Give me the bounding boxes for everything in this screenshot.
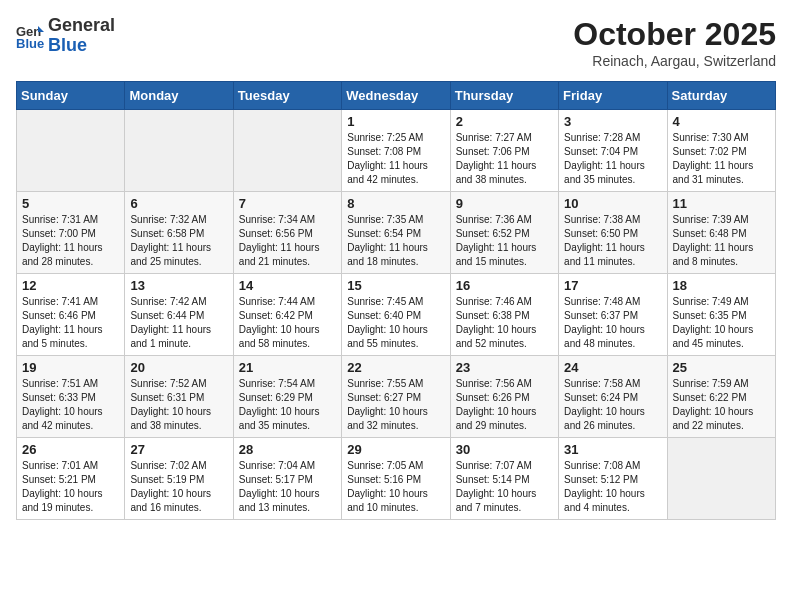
- calendar-cell: 11Sunrise: 7:39 AM Sunset: 6:48 PM Dayli…: [667, 192, 775, 274]
- calendar-cell: [667, 438, 775, 520]
- day-number: 10: [564, 196, 661, 211]
- day-info: Sunrise: 7:36 AM Sunset: 6:52 PM Dayligh…: [456, 213, 553, 269]
- calendar-cell: 28Sunrise: 7:04 AM Sunset: 5:17 PM Dayli…: [233, 438, 341, 520]
- calendar-cell: 21Sunrise: 7:54 AM Sunset: 6:29 PM Dayli…: [233, 356, 341, 438]
- calendar-table: SundayMondayTuesdayWednesdayThursdayFrid…: [16, 81, 776, 520]
- day-number: 29: [347, 442, 444, 457]
- calendar-cell: 8Sunrise: 7:35 AM Sunset: 6:54 PM Daylig…: [342, 192, 450, 274]
- calendar-cell: 22Sunrise: 7:55 AM Sunset: 6:27 PM Dayli…: [342, 356, 450, 438]
- calendar-cell: 6Sunrise: 7:32 AM Sunset: 6:58 PM Daylig…: [125, 192, 233, 274]
- day-number: 6: [130, 196, 227, 211]
- calendar-week-row: 12Sunrise: 7:41 AM Sunset: 6:46 PM Dayli…: [17, 274, 776, 356]
- calendar-cell: 5Sunrise: 7:31 AM Sunset: 7:00 PM Daylig…: [17, 192, 125, 274]
- day-info: Sunrise: 7:46 AM Sunset: 6:38 PM Dayligh…: [456, 295, 553, 351]
- day-number: 25: [673, 360, 770, 375]
- calendar-cell: 10Sunrise: 7:38 AM Sunset: 6:50 PM Dayli…: [559, 192, 667, 274]
- day-info: Sunrise: 7:42 AM Sunset: 6:44 PM Dayligh…: [130, 295, 227, 351]
- day-info: Sunrise: 7:04 AM Sunset: 5:17 PM Dayligh…: [239, 459, 336, 515]
- calendar-cell: 1Sunrise: 7:25 AM Sunset: 7:08 PM Daylig…: [342, 110, 450, 192]
- day-number: 22: [347, 360, 444, 375]
- calendar-cell: 3Sunrise: 7:28 AM Sunset: 7:04 PM Daylig…: [559, 110, 667, 192]
- day-info: Sunrise: 7:02 AM Sunset: 5:19 PM Dayligh…: [130, 459, 227, 515]
- day-number: 30: [456, 442, 553, 457]
- day-number: 31: [564, 442, 661, 457]
- calendar-cell: 30Sunrise: 7:07 AM Sunset: 5:14 PM Dayli…: [450, 438, 558, 520]
- day-number: 1: [347, 114, 444, 129]
- weekday-header-thursday: Thursday: [450, 82, 558, 110]
- day-info: Sunrise: 7:52 AM Sunset: 6:31 PM Dayligh…: [130, 377, 227, 433]
- calendar-week-row: 5Sunrise: 7:31 AM Sunset: 7:00 PM Daylig…: [17, 192, 776, 274]
- day-info: Sunrise: 7:51 AM Sunset: 6:33 PM Dayligh…: [22, 377, 119, 433]
- weekday-header-tuesday: Tuesday: [233, 82, 341, 110]
- calendar-cell: [233, 110, 341, 192]
- weekday-header-wednesday: Wednesday: [342, 82, 450, 110]
- calendar-cell: [17, 110, 125, 192]
- day-number: 18: [673, 278, 770, 293]
- day-number: 14: [239, 278, 336, 293]
- day-number: 5: [22, 196, 119, 211]
- day-info: Sunrise: 7:25 AM Sunset: 7:08 PM Dayligh…: [347, 131, 444, 187]
- day-info: Sunrise: 7:32 AM Sunset: 6:58 PM Dayligh…: [130, 213, 227, 269]
- calendar-cell: 7Sunrise: 7:34 AM Sunset: 6:56 PM Daylig…: [233, 192, 341, 274]
- title-block: October 2025 Reinach, Aargau, Switzerlan…: [573, 16, 776, 69]
- calendar-cell: 2Sunrise: 7:27 AM Sunset: 7:06 PM Daylig…: [450, 110, 558, 192]
- day-info: Sunrise: 7:59 AM Sunset: 6:22 PM Dayligh…: [673, 377, 770, 433]
- calendar-cell: 9Sunrise: 7:36 AM Sunset: 6:52 PM Daylig…: [450, 192, 558, 274]
- day-number: 4: [673, 114, 770, 129]
- calendar-cell: 16Sunrise: 7:46 AM Sunset: 6:38 PM Dayli…: [450, 274, 558, 356]
- day-info: Sunrise: 7:28 AM Sunset: 7:04 PM Dayligh…: [564, 131, 661, 187]
- weekday-header-monday: Monday: [125, 82, 233, 110]
- calendar-cell: 19Sunrise: 7:51 AM Sunset: 6:33 PM Dayli…: [17, 356, 125, 438]
- weekday-header-saturday: Saturday: [667, 82, 775, 110]
- day-info: Sunrise: 7:30 AM Sunset: 7:02 PM Dayligh…: [673, 131, 770, 187]
- logo-icon: Gen Blue: [16, 22, 44, 50]
- calendar-cell: 24Sunrise: 7:58 AM Sunset: 6:24 PM Dayli…: [559, 356, 667, 438]
- weekday-header-friday: Friday: [559, 82, 667, 110]
- day-number: 26: [22, 442, 119, 457]
- day-number: 3: [564, 114, 661, 129]
- weekday-header-row: SundayMondayTuesdayWednesdayThursdayFrid…: [17, 82, 776, 110]
- day-info: Sunrise: 7:58 AM Sunset: 6:24 PM Dayligh…: [564, 377, 661, 433]
- day-number: 9: [456, 196, 553, 211]
- calendar-cell: 26Sunrise: 7:01 AM Sunset: 5:21 PM Dayli…: [17, 438, 125, 520]
- logo: Gen Blue General Blue: [16, 16, 115, 56]
- calendar-cell: 31Sunrise: 7:08 AM Sunset: 5:12 PM Dayli…: [559, 438, 667, 520]
- svg-text:Blue: Blue: [16, 36, 44, 50]
- day-number: 7: [239, 196, 336, 211]
- day-number: 17: [564, 278, 661, 293]
- calendar-cell: 13Sunrise: 7:42 AM Sunset: 6:44 PM Dayli…: [125, 274, 233, 356]
- day-number: 15: [347, 278, 444, 293]
- day-info: Sunrise: 7:39 AM Sunset: 6:48 PM Dayligh…: [673, 213, 770, 269]
- day-info: Sunrise: 7:41 AM Sunset: 6:46 PM Dayligh…: [22, 295, 119, 351]
- day-number: 23: [456, 360, 553, 375]
- day-info: Sunrise: 7:01 AM Sunset: 5:21 PM Dayligh…: [22, 459, 119, 515]
- day-info: Sunrise: 7:05 AM Sunset: 5:16 PM Dayligh…: [347, 459, 444, 515]
- day-info: Sunrise: 7:07 AM Sunset: 5:14 PM Dayligh…: [456, 459, 553, 515]
- calendar-cell: 25Sunrise: 7:59 AM Sunset: 6:22 PM Dayli…: [667, 356, 775, 438]
- calendar-week-row: 26Sunrise: 7:01 AM Sunset: 5:21 PM Dayli…: [17, 438, 776, 520]
- calendar-cell: 29Sunrise: 7:05 AM Sunset: 5:16 PM Dayli…: [342, 438, 450, 520]
- calendar-cell: 18Sunrise: 7:49 AM Sunset: 6:35 PM Dayli…: [667, 274, 775, 356]
- day-number: 20: [130, 360, 227, 375]
- day-number: 19: [22, 360, 119, 375]
- page-header: Gen Blue General Blue October 2025 Reina…: [16, 16, 776, 69]
- calendar-cell: 17Sunrise: 7:48 AM Sunset: 6:37 PM Dayli…: [559, 274, 667, 356]
- day-info: Sunrise: 7:31 AM Sunset: 7:00 PM Dayligh…: [22, 213, 119, 269]
- day-number: 11: [673, 196, 770, 211]
- logo-general-text: General: [48, 15, 115, 35]
- day-info: Sunrise: 7:54 AM Sunset: 6:29 PM Dayligh…: [239, 377, 336, 433]
- day-info: Sunrise: 7:08 AM Sunset: 5:12 PM Dayligh…: [564, 459, 661, 515]
- day-info: Sunrise: 7:38 AM Sunset: 6:50 PM Dayligh…: [564, 213, 661, 269]
- day-info: Sunrise: 7:49 AM Sunset: 6:35 PM Dayligh…: [673, 295, 770, 351]
- day-number: 13: [130, 278, 227, 293]
- day-number: 28: [239, 442, 336, 457]
- day-number: 12: [22, 278, 119, 293]
- day-info: Sunrise: 7:34 AM Sunset: 6:56 PM Dayligh…: [239, 213, 336, 269]
- weekday-header-sunday: Sunday: [17, 82, 125, 110]
- day-info: Sunrise: 7:44 AM Sunset: 6:42 PM Dayligh…: [239, 295, 336, 351]
- calendar-cell: 27Sunrise: 7:02 AM Sunset: 5:19 PM Dayli…: [125, 438, 233, 520]
- calendar-week-row: 1Sunrise: 7:25 AM Sunset: 7:08 PM Daylig…: [17, 110, 776, 192]
- day-number: 16: [456, 278, 553, 293]
- day-number: 21: [239, 360, 336, 375]
- calendar-cell: 4Sunrise: 7:30 AM Sunset: 7:02 PM Daylig…: [667, 110, 775, 192]
